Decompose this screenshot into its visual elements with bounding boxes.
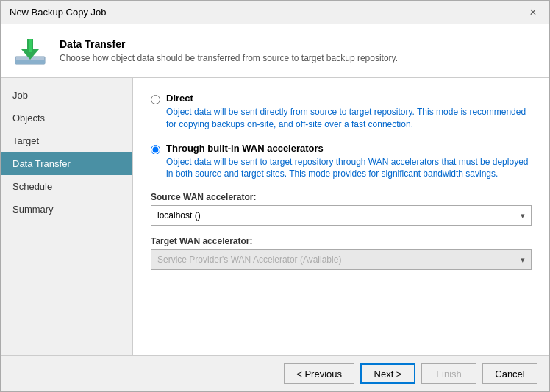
direct-option-row: Direct Object data will be sent directly…: [151, 93, 532, 131]
wan-option-desc: Object data will be sent to target repos…: [166, 156, 532, 181]
finish-button[interactable]: Finish: [421, 363, 476, 384]
cancel-button[interactable]: Cancel: [482, 363, 538, 384]
header-title: Data Transfer: [60, 38, 398, 50]
header-subtitle: Choose how object data should be transfe…: [60, 53, 398, 63]
data-transfer-icon: [12, 33, 48, 68]
direct-option-text: Direct Object data will be sent directly…: [166, 93, 532, 131]
wan-radio[interactable]: [151, 145, 160, 154]
sidebar-item-data-transfer[interactable]: Data Transfer: [1, 152, 132, 175]
body: Job Objects Target Data Transfer Schedul…: [1, 78, 549, 355]
source-wan-group: Source WAN accelerator: localhost () ▾: [151, 192, 532, 226]
sidebar-item-job[interactable]: Job: [1, 84, 132, 107]
sidebar-item-target[interactable]: Target: [1, 129, 132, 152]
wan-option-row: Through built-in WAN accelerators Object…: [151, 143, 532, 181]
sidebar-item-schedule[interactable]: Schedule: [1, 175, 132, 198]
target-wan-chevron-icon: ▾: [521, 255, 525, 265]
target-wan-label: Target WAN accelerator:: [151, 236, 532, 246]
title-bar: New Backup Copy Job ×: [1, 1, 549, 24]
wan-option-label: Through built-in WAN accelerators: [166, 143, 532, 154]
header-text: Data Transfer Choose how object data sho…: [60, 38, 398, 63]
source-wan-label: Source WAN accelerator:: [151, 192, 532, 202]
direct-option-label: Direct: [166, 93, 532, 104]
next-button[interactable]: Next >: [360, 363, 415, 384]
target-wan-group: Target WAN accelerator: Service Provider…: [151, 236, 532, 270]
source-wan-select[interactable]: localhost () ▾: [151, 205, 532, 226]
previous-button[interactable]: < Previous: [284, 363, 354, 384]
sidebar-item-objects[interactable]: Objects: [1, 107, 132, 129]
source-wan-chevron-icon: ▾: [521, 211, 525, 221]
content-area: Direct Object data will be sent directly…: [133, 78, 549, 355]
dialog: New Backup Copy Job × Data Transfer Choo…: [0, 0, 550, 392]
target-wan-select[interactable]: Service Provider's WAN Accelerator (Avai…: [151, 249, 532, 270]
target-wan-placeholder: Service Provider's WAN Accelerator (Avai…: [157, 254, 341, 265]
dialog-title: New Backup Copy Job: [10, 7, 107, 18]
direct-radio[interactable]: [151, 95, 160, 104]
header-section: Data Transfer Choose how object data sho…: [1, 24, 549, 78]
sidebar: Job Objects Target Data Transfer Schedul…: [1, 78, 133, 355]
source-wan-value: localhost (): [157, 210, 201, 221]
footer: < Previous Next > Finish Cancel: [1, 355, 549, 391]
wan-option-text: Through built-in WAN accelerators Object…: [166, 143, 532, 181]
direct-desc-text: Object data will be sent directly from s…: [166, 107, 526, 129]
svg-rect-4: [29, 39, 32, 52]
svg-rect-1: [15, 60, 45, 64]
wan-desc-text: Object data will be sent to target repos…: [166, 157, 528, 179]
close-button[interactable]: ×: [526, 5, 540, 20]
direct-option-desc: Object data will be sent directly from s…: [166, 106, 532, 131]
sidebar-item-summary[interactable]: Summary: [1, 198, 132, 221]
